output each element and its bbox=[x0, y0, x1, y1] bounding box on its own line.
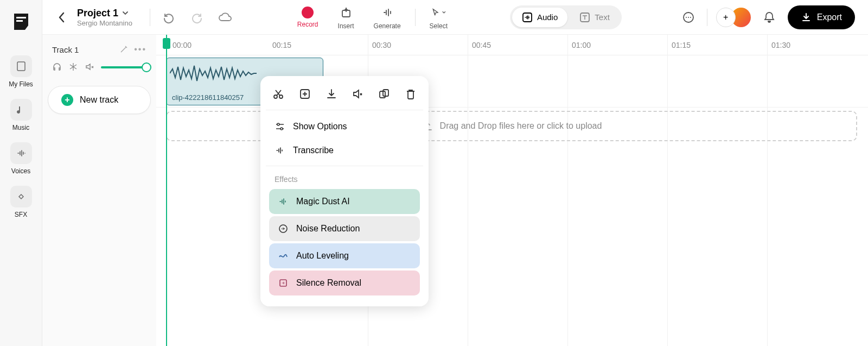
insert-icon bbox=[339, 5, 354, 20]
more-icon[interactable]: ••• bbox=[134, 45, 146, 54]
time-mark: 01:30 bbox=[771, 41, 790, 49]
record-button[interactable]: Record bbox=[292, 7, 324, 28]
time-mark: 01:00 bbox=[572, 41, 591, 49]
view-toggle: Audio Text bbox=[510, 5, 622, 29]
sidebar-label: Voices bbox=[11, 167, 30, 175]
snowflake-icon[interactable] bbox=[68, 62, 79, 73]
sidebar-label: SFX bbox=[15, 211, 27, 218]
tracks-panel: Track 1 ••• + New track bbox=[42, 35, 156, 346]
undo-button[interactable] bbox=[159, 8, 178, 27]
divider bbox=[415, 9, 416, 26]
divider bbox=[150, 9, 150, 26]
insert-button[interactable]: Insert bbox=[333, 5, 360, 30]
select-button[interactable]: Select bbox=[424, 5, 453, 30]
effects-label: Effects bbox=[266, 169, 423, 187]
download-icon bbox=[801, 12, 812, 23]
svg-point-16 bbox=[280, 128, 283, 130]
svg-rect-13 bbox=[380, 91, 385, 98]
text-icon bbox=[579, 12, 590, 23]
svg-point-7 bbox=[686, 17, 687, 18]
select-icon bbox=[431, 5, 446, 20]
divider bbox=[707, 9, 707, 26]
magic-wand-icon[interactable] bbox=[119, 45, 129, 54]
sparkle-icon bbox=[278, 196, 289, 207]
track-header: Track 1 ••• bbox=[48, 41, 151, 58]
audio-toggle[interactable]: Audio bbox=[512, 8, 567, 27]
sfx-icon bbox=[10, 186, 32, 207]
svg-point-9 bbox=[690, 17, 691, 18]
show-options-item[interactable]: Show Options bbox=[266, 115, 423, 139]
svg-rect-14 bbox=[383, 90, 388, 96]
comments-button[interactable] bbox=[679, 8, 698, 27]
svg-rect-4 bbox=[523, 13, 532, 22]
time-mark: 00:00 bbox=[173, 41, 192, 49]
svg-rect-1 bbox=[16, 20, 23, 22]
svg-rect-0 bbox=[16, 17, 26, 18]
audio-icon bbox=[522, 12, 533, 23]
files-icon bbox=[10, 55, 32, 77]
mute-clip-button[interactable] bbox=[348, 85, 367, 103]
redo-button[interactable] bbox=[187, 8, 207, 27]
add-collaborator-button[interactable]: + bbox=[716, 8, 736, 27]
svg-point-8 bbox=[688, 17, 689, 18]
mute-icon[interactable] bbox=[85, 62, 95, 73]
transcribe-item[interactable]: Transcribe bbox=[266, 139, 423, 162]
sidebar-label: Music bbox=[12, 124, 29, 131]
auto-leveling-item[interactable]: Auto Leveling bbox=[269, 243, 420, 268]
sidebar-label: My Files bbox=[9, 80, 33, 88]
project-user: Sergio Montanino bbox=[77, 19, 132, 27]
clip-label: clip-422218611840257 bbox=[172, 93, 244, 102]
playhead[interactable] bbox=[166, 35, 167, 346]
magic-dust-item[interactable]: Magic Dust AI bbox=[269, 189, 420, 214]
sidebar-item-voices[interactable]: Voices bbox=[0, 139, 42, 178]
silence-icon bbox=[278, 278, 289, 288]
topbar: Project 1 Sergio Montanino Record Insert… bbox=[42, 0, 868, 35]
voices-icon bbox=[10, 142, 32, 164]
volume-slider[interactable] bbox=[101, 66, 146, 68]
track-controls bbox=[48, 58, 151, 77]
time-mark: 00:45 bbox=[472, 41, 491, 49]
plus-icon: + bbox=[61, 94, 73, 106]
context-menu: Show Options Transcribe Effects Magic Du… bbox=[260, 76, 429, 306]
text-toggle[interactable]: Text bbox=[570, 8, 620, 27]
record-icon bbox=[302, 7, 314, 18]
cloud-button[interactable] bbox=[215, 8, 235, 27]
sidebar-item-my-files[interactable]: My Files bbox=[0, 52, 42, 91]
noise-reduction-item[interactable]: Noise Reduction bbox=[269, 216, 420, 241]
project-info: Project 1 Sergio Montanino bbox=[77, 8, 132, 27]
add-button[interactable] bbox=[296, 85, 314, 103]
time-mark: 00:30 bbox=[372, 41, 391, 49]
headphones-icon[interactable] bbox=[52, 62, 63, 73]
project-title[interactable]: Project 1 bbox=[77, 8, 132, 19]
generate-icon bbox=[380, 5, 395, 20]
generate-button[interactable]: Generate bbox=[368, 5, 406, 30]
noise-icon bbox=[278, 223, 289, 234]
duplicate-button[interactable] bbox=[375, 85, 393, 103]
silence-removal-item[interactable]: Silence Removal bbox=[269, 270, 420, 295]
track-name: Track 1 bbox=[52, 45, 79, 54]
timeline-ruler[interactable]: 00:00 00:15 00:30 00:45 01:00 01:15 01:3… bbox=[156, 35, 868, 55]
music-icon bbox=[10, 99, 32, 121]
notifications-button[interactable] bbox=[760, 8, 779, 27]
svg-point-15 bbox=[277, 123, 279, 125]
new-track-button[interactable]: + New track bbox=[48, 86, 151, 114]
transcribe-icon bbox=[275, 145, 285, 156]
sliders-icon bbox=[275, 121, 285, 132]
leveling-icon bbox=[278, 250, 289, 261]
sidebar-item-sfx[interactable]: SFX bbox=[0, 183, 42, 222]
delete-button[interactable] bbox=[401, 85, 420, 103]
back-button[interactable] bbox=[55, 11, 68, 24]
svg-rect-18 bbox=[280, 280, 286, 286]
time-mark: 00:15 bbox=[272, 41, 291, 49]
cut-button[interactable] bbox=[269, 85, 288, 103]
svg-rect-2 bbox=[17, 62, 25, 71]
download-button[interactable] bbox=[322, 85, 341, 103]
app-logo[interactable] bbox=[10, 11, 32, 33]
chevron-down-icon bbox=[122, 9, 129, 17]
export-button[interactable]: Export bbox=[788, 5, 855, 29]
sidebar: My Files Music Voices SFX bbox=[0, 0, 42, 346]
sidebar-item-music[interactable]: Music bbox=[0, 96, 42, 135]
time-mark: 01:15 bbox=[672, 41, 691, 49]
